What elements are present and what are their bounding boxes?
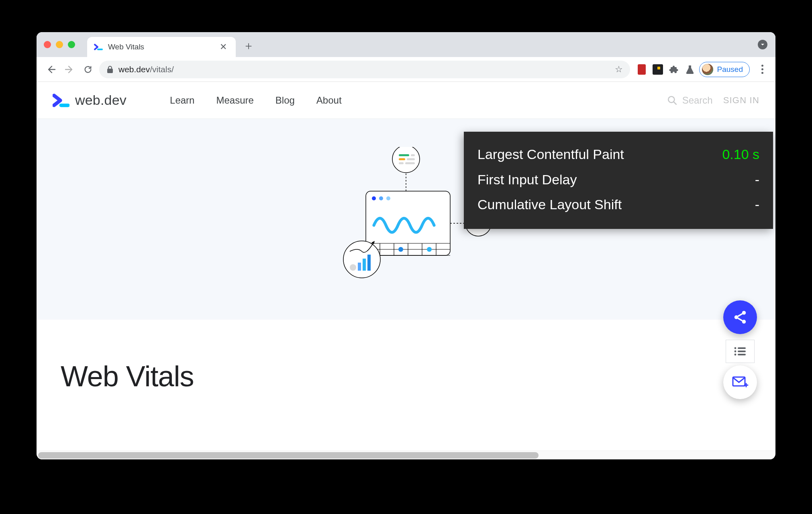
- signin-link[interactable]: SIGN IN: [723, 95, 759, 106]
- forward-button[interactable]: [62, 62, 77, 77]
- subscribe-button[interactable]: [723, 365, 757, 399]
- vitals-row-lcp: Largest Contentful Paint 0.10 s: [477, 144, 759, 165]
- profile-chip[interactable]: Paused: [699, 62, 750, 77]
- window-controls: [44, 41, 75, 48]
- address-bar[interactable]: web.dev/vitals/ ☆: [99, 61, 630, 78]
- browser-tab[interactable]: Web Vitals ✕: [87, 37, 236, 57]
- lock-icon: [106, 65, 114, 73]
- site-nav: Learn Measure Blog About: [170, 95, 342, 106]
- svg-rect-33: [358, 263, 361, 271]
- window-zoom-button[interactable]: [68, 41, 75, 48]
- bookmark-star-icon[interactable]: ☆: [615, 64, 623, 75]
- vitals-row-cls: Cumulative Layout Shift -: [477, 194, 759, 215]
- svg-rect-9: [399, 162, 404, 164]
- svg-point-43: [734, 354, 737, 356]
- share-button[interactable]: [723, 300, 757, 334]
- profile-status: Paused: [717, 65, 743, 74]
- vitals-metric-name: Largest Contentful Paint: [477, 144, 624, 165]
- tab-strip: Web Vitals ✕ ＋: [37, 32, 775, 57]
- vitals-metric-value: -: [755, 169, 759, 190]
- svg-rect-42: [738, 351, 746, 352]
- svg-point-4: [392, 147, 420, 173]
- nav-blog[interactable]: Blog: [275, 95, 295, 106]
- svg-point-30: [427, 247, 432, 252]
- new-tab-button[interactable]: ＋: [243, 40, 254, 51]
- svg-rect-44: [738, 354, 746, 355]
- horizontal-scrollbar[interactable]: [38, 451, 774, 459]
- chevron-down-icon[interactable]: [758, 40, 767, 49]
- back-button[interactable]: [44, 62, 58, 77]
- browser-toolbar: web.dev/vitals/ ☆ Paused: [37, 57, 775, 82]
- page-title-section: Web Vitals: [37, 320, 775, 393]
- site-logo[interactable]: web.dev: [53, 92, 126, 109]
- fab-stack: [723, 300, 757, 399]
- scrollbar-thumb[interactable]: [38, 452, 539, 459]
- svg-rect-7: [399, 158, 405, 160]
- site-header: web.dev Learn Measure Blog About Search …: [37, 82, 775, 119]
- vitals-metric-name: First Input Delay: [477, 169, 577, 190]
- svg-point-18: [372, 196, 376, 200]
- experiments-flask-icon[interactable]: [685, 64, 695, 75]
- svg-rect-5: [399, 154, 409, 156]
- svg-point-39: [734, 347, 737, 349]
- nav-learn[interactable]: Learn: [170, 95, 194, 106]
- extensions-puzzle-icon[interactable]: [669, 64, 679, 75]
- extension-red-icon[interactable]: [637, 64, 647, 75]
- vitals-metric-value: -: [755, 194, 759, 215]
- webdev-logo-icon: [53, 92, 69, 109]
- svg-rect-34: [363, 259, 366, 271]
- site-logo-text: web.dev: [75, 92, 126, 108]
- svg-point-36: [742, 311, 746, 315]
- svg-rect-35: [367, 255, 371, 271]
- svg-point-19: [379, 196, 383, 200]
- url-text: web.dev/vitals/: [118, 65, 610, 74]
- tab-title: Web Vitals: [108, 43, 217, 51]
- vitals-row-fid: First Input Delay -: [477, 169, 759, 190]
- svg-point-32: [350, 264, 356, 271]
- svg-rect-8: [407, 158, 415, 160]
- search-placeholder: Search: [682, 95, 713, 106]
- share-icon: [732, 310, 748, 325]
- extension-terminal-icon[interactable]: [653, 64, 663, 75]
- svg-point-29: [398, 247, 403, 252]
- extension-icons: [637, 64, 695, 75]
- webdev-favicon-icon: [94, 42, 103, 52]
- svg-point-41: [734, 351, 737, 353]
- svg-rect-0: [107, 69, 113, 73]
- window-minimize-button[interactable]: [56, 41, 63, 48]
- avatar-icon: [702, 64, 713, 75]
- svg-point-31: [343, 241, 380, 278]
- browser-menu-button[interactable]: [756, 65, 768, 74]
- vitals-metric-value: 0.10 s: [722, 144, 759, 165]
- nav-about[interactable]: About: [316, 95, 342, 106]
- nav-measure[interactable]: Measure: [216, 95, 253, 106]
- toc-button[interactable]: [726, 340, 755, 363]
- page-viewport: web.dev Learn Measure Blog About Search …: [37, 82, 775, 459]
- list-icon: [733, 346, 747, 357]
- reload-button[interactable]: [81, 62, 95, 77]
- site-search[interactable]: Search: [667, 95, 713, 106]
- browser-window: Web Vitals ✕ ＋ web.dev/vitals/ ☆: [37, 32, 775, 459]
- vitals-metric-name: Cumulative Layout Shift: [477, 194, 622, 215]
- svg-rect-10: [405, 162, 415, 164]
- mail-plus-icon: [732, 375, 749, 390]
- svg-rect-6: [411, 154, 415, 156]
- svg-point-20: [386, 196, 390, 200]
- svg-point-37: [734, 315, 739, 319]
- page-title: Web Vitals: [61, 360, 751, 393]
- window-close-button[interactable]: [44, 41, 51, 48]
- web-vitals-overlay: Largest Contentful Paint 0.10 s First In…: [464, 132, 773, 229]
- svg-rect-40: [738, 347, 746, 349]
- search-icon: [667, 95, 677, 106]
- tab-close-icon[interactable]: ✕: [217, 42, 229, 52]
- svg-point-38: [742, 320, 746, 324]
